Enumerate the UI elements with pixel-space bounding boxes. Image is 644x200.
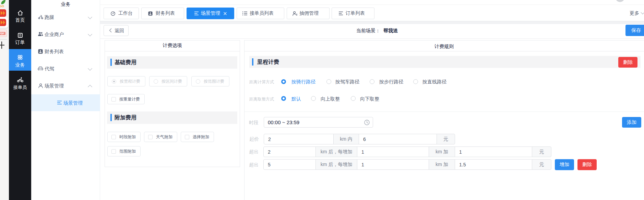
svg-text:GO: GO: [0, 4, 4, 8]
